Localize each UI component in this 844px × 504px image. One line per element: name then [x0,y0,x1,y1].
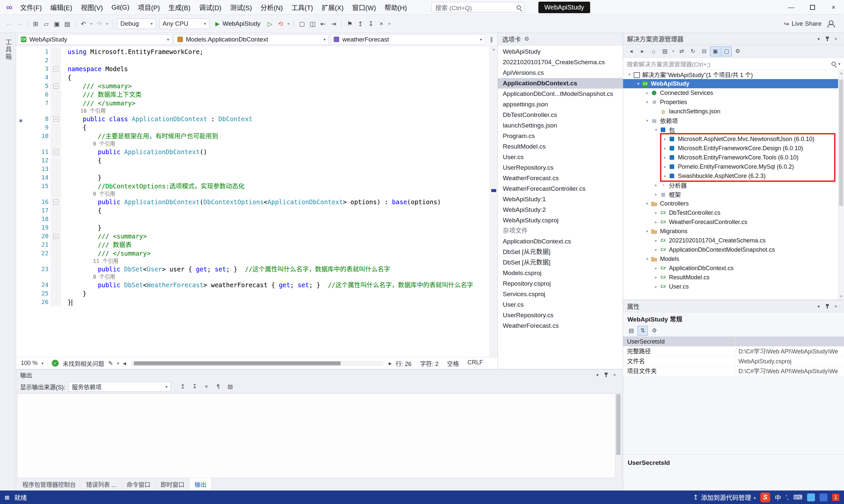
clear-all-icon[interactable]: × [202,382,211,391]
collapse-arrow-icon[interactable]: ▾ [652,127,660,132]
window-position-icon[interactable]: ▾ [814,302,823,310]
toolbox-tab[interactable]: 工具箱 [3,37,13,62]
collapse-arrow-icon[interactable]: ▾ [643,257,651,261]
tree-item[interactable]: ▾Models [623,254,844,264]
previous-bookmark-icon[interactable]: ↥ [356,18,365,29]
tree-item[interactable]: ▾包 [623,125,844,134]
menu-item[interactable]: 扩展(X) [317,0,348,15]
tree-item[interactable]: ▸C#DbTestController.cs [623,208,844,217]
fold-collapse-icon[interactable]: − [53,234,58,239]
panel-tab[interactable]: 输出 [190,478,212,490]
expand-arrow-icon[interactable]: ▸ [661,137,669,141]
open-document-item[interactable]: WeatherForecast.cs [498,173,623,183]
menu-item[interactable]: 项目(P) [134,0,164,15]
spaces-indicator[interactable]: 空格 [447,359,459,367]
switch-views-icon[interactable]: ▤ [660,47,670,56]
open-document-item[interactable]: ApplicationDbCont...tModelSnapshot.cs [498,89,623,99]
expand-arrow-icon[interactable]: ▸ [652,284,660,289]
properties-icon[interactable]: ⚙ [733,47,743,56]
panel-tab[interactable]: 命令窗口 [122,478,156,490]
expand-arrow-icon[interactable]: ▸ [652,266,660,270]
expand-arrow-icon[interactable]: ▸ [652,192,660,197]
scrollbar-thumb[interactable] [839,80,843,206]
output-source-dropdown[interactable]: 服务依赖项 ▾ [69,382,171,392]
scroll-up-icon[interactable]: ▴ [840,71,842,75]
collapse-arrow-icon[interactable]: ▾ [643,100,651,104]
editor-vertical-scrollbar[interactable]: ▴ [489,46,498,357]
save-all-icon[interactable]: ▤ [62,18,72,29]
ime-punctuation[interactable]: ’, [786,494,789,501]
member-dropdown[interactable]: weatherForecast ▾ [330,34,485,45]
quick-search-input[interactable]: 搜索 (Ctrl+Q) [432,2,524,13]
expand-arrow-icon[interactable]: ▸ [661,155,669,160]
open-document-item[interactable]: DbSet [从元数据] [498,257,623,268]
alphabetical-icon[interactable]: ⇅ [638,326,648,336]
scrollbar-thumb[interactable] [134,361,341,365]
expand-arrow-icon[interactable]: ▸ [652,183,660,187]
editor-horizontal-scrollbar[interactable] [131,361,383,366]
back-icon[interactable]: ◂ [626,47,636,56]
tree-item[interactable]: ▸C#ApplicationDbContext.cs [623,264,844,273]
expand-arrow-icon[interactable]: ▸ [652,247,660,252]
expand-arrow-icon[interactable]: ▸ [652,238,660,243]
feedback-icon[interactable]: ▦ [5,494,10,500]
expand-arrow-icon[interactable]: ▸ [652,275,660,280]
nav-forward-icon[interactable]: → [15,18,24,29]
bookmark-icon[interactable]: ⚑ [345,18,355,29]
start-debugging-button[interactable]: ▶WebApiStudy [212,18,264,29]
collapse-arrow-icon[interactable]: ▾ [643,229,651,234]
close-panel-icon[interactable]: × [610,371,619,379]
tree-item[interactable]: ▸Pomelo.EntityFrameworkCore.MySql (6.0.2… [623,162,844,171]
solution-search-input[interactable]: 搜索解决方案资源管理器(Ctrl+;) ▾ [623,58,844,70]
fold-collapse-icon[interactable]: − [53,200,58,204]
output-scrollbar[interactable] [615,394,621,478]
property-value[interactable]: WebApiStudy.csproj [735,356,844,366]
redo-dropdown-icon[interactable]: ▾ [105,22,109,26]
property-value[interactable] [735,337,844,346]
forward-icon[interactable]: ▸ [637,47,648,56]
scroll-down-icon[interactable]: ▾ [840,294,842,299]
tree-item[interactable]: ▾解决方案"WebApiStudy"(1 个项目/共 1 个) [623,70,844,79]
open-document-item[interactable]: UserRepository.cs [498,310,623,321]
property-pages-icon[interactable]: ⚙ [649,326,659,336]
open-document-item[interactable]: DbSet [从元数据] [498,247,623,257]
tree-item[interactable]: ▸Swashbuckle.AspNetCore (6.2.3) [623,171,844,181]
clear-bookmarks-icon[interactable]: × [377,18,386,29]
next-bookmark-icon[interactable]: ↧ [366,18,376,29]
open-document-item[interactable]: Program.cs [498,131,623,141]
eol-indicator[interactable]: CRLF [467,359,483,367]
collapse-arrow-icon[interactable]: ▾ [643,201,651,206]
menu-item[interactable]: 生成(B) [164,0,195,15]
open-document-item[interactable]: Repository.csproj [498,278,623,289]
expand-arrow-icon[interactable]: ▸ [661,164,669,169]
open-document-item[interactable]: UserRepository.cs [498,162,623,173]
tree-item[interactable]: ▸C#ResultModel.cs [623,273,844,282]
tree-item[interactable]: {}launchSettings.json [623,107,844,116]
open-document-item[interactable]: WeatherForecast.cs [498,321,623,331]
previous-message-icon[interactable]: ↥ [178,382,188,391]
menu-item[interactable]: 窗口(W) [348,0,380,15]
panel-tab[interactable]: 即时窗口 [156,478,190,490]
open-document-item[interactable]: WebApiStudy:2 [498,204,623,215]
close-button[interactable]: × [823,0,844,15]
add-to-source-control-button[interactable]: ↥ 添加到源代码管理 ▴ [693,493,756,502]
solution-explorer-scrollbar[interactable]: ▴▾ [838,70,844,300]
tree-item[interactable]: ▸Microsoft.EntityFrameworkCore.Design (6… [623,144,844,153]
notification-badge[interactable]: 1 [832,494,839,501]
property-value[interactable]: D:\C#学习\Web API\WebApiStudy\We [735,346,844,356]
type-dropdown[interactable]: Models.ApplicationDbContext ▾ [174,34,329,45]
open-document-item[interactable]: appsettings.json [498,99,623,110]
menu-item[interactable]: 分析(N) [256,0,287,15]
bookmarks-dropdown-icon[interactable]: ▾ [387,22,392,26]
scroll-left-icon[interactable]: ◂ [123,360,126,367]
open-document-item[interactable]: WebApiStudy.csproj [498,215,623,226]
show-all-files-icon[interactable]: ▣ [710,47,720,56]
nav-back-icon[interactable]: ← [4,18,14,29]
tree-item[interactable]: ▸Microsoft.AspNetCore.Mvc.NewtonsoftJson… [623,134,844,144]
properties-object-dropdown[interactable]: WebApiStudy 常规 [623,312,844,325]
tree-item[interactable]: ▸C#WeatherForecastController.cs [623,217,844,227]
minimize-button[interactable]: — [781,0,802,15]
ime-skin-icon[interactable] [820,493,828,501]
expand-arrow-icon[interactable]: ▸ [643,91,651,95]
home-icon[interactable]: ⌂ [649,47,659,56]
